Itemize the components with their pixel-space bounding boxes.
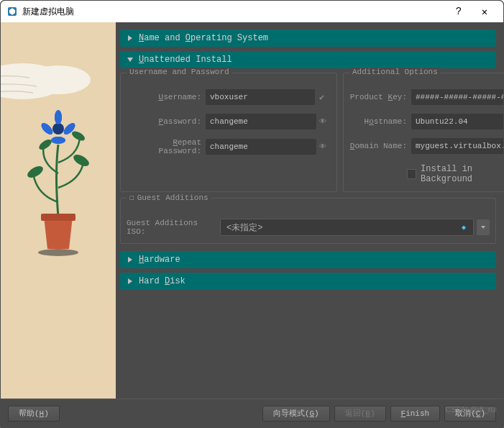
section-hardware[interactable]: Hardware: [120, 251, 496, 268]
hostname-input[interactable]: [411, 114, 503, 129]
ga-title: Guest Additions: [137, 193, 209, 202]
product-key-input[interactable]: [411, 89, 503, 105]
svg-point-12: [55, 110, 62, 124]
additional-options-group: Additional Options Product Key: Hostname…: [343, 73, 503, 192]
back-button[interactable]: 返回(B): [334, 406, 386, 422]
section-unattended[interactable]: Unattended Install: [120, 51, 496, 68]
group-title: Username and Password: [127, 68, 232, 76]
domain-input[interactable]: [411, 138, 503, 154]
chevron-right-icon: [126, 255, 134, 264]
help-button[interactable]: 帮助(H): [8, 406, 60, 422]
svg-rect-16: [41, 214, 75, 221]
section-hard-disk[interactable]: Hard Disk: [120, 273, 496, 290]
help-button[interactable]: ?: [446, 1, 472, 22]
group-title: Additional Options: [349, 68, 441, 76]
repeat-password-input[interactable]: [206, 139, 316, 155]
watermark: CSDN @ifi_rui: [445, 405, 497, 414]
svg-point-6: [70, 129, 86, 143]
titlebar: 新建虚拟电脑 ? ✕: [1, 1, 503, 22]
window-title: 新建虚拟电脑: [22, 6, 446, 18]
dialog-footer: 帮助(H) 向导模式(G) 返回(B) Finish 取消(C): [1, 399, 503, 427]
wizard-art-pane: [1, 22, 116, 399]
close-button[interactable]: ✕: [472, 1, 498, 22]
section-name-os[interactable]: Name and Operating System: [120, 29, 496, 47]
wizard-content: Name and Operating System Unattended Ins…: [116, 22, 503, 399]
check-icon: ✔: [319, 92, 331, 103]
disc-icon: ◆: [462, 223, 466, 232]
finish-button[interactable]: Finish: [390, 406, 441, 422]
eye-icon[interactable]: 👁: [319, 142, 331, 151]
chevron-right-icon: [126, 34, 134, 42]
chevron-right-icon: [126, 277, 134, 286]
svg-point-4: [72, 152, 91, 168]
expert-mode-button[interactable]: 向导模式(G): [262, 406, 330, 422]
svg-point-2: [26, 65, 91, 94]
ga-iso-label: Guest Additions ISO:: [127, 219, 220, 236]
svg-point-7: [52, 123, 64, 135]
chevron-down-icon: [126, 55, 134, 64]
eye-icon[interactable]: 👁: [319, 117, 331, 126]
username-password-group: Username and Password Username: ✔ Passwo…: [120, 73, 337, 192]
svg-point-15: [40, 121, 55, 136]
username-input[interactable]: [206, 89, 315, 105]
dialog-window: 新建虚拟电脑 ? ✕: [0, 0, 504, 428]
app-icon: [6, 6, 18, 17]
svg-point-3: [26, 164, 45, 180]
password-input[interactable]: [206, 114, 316, 129]
svg-point-14: [51, 137, 65, 144]
ga-iso-select[interactable]: <未指定> ◆: [220, 219, 474, 236]
install-background-checkbox[interactable]: [407, 169, 416, 179]
install-background-label: Install in Background: [421, 164, 503, 184]
svg-point-5: [37, 137, 53, 152]
guest-additions-group: ☐Guest Additions Guest Additions ISO: <未…: [120, 198, 496, 244]
ga-iso-dropdown[interactable]: [477, 219, 490, 235]
svg-point-17: [38, 249, 78, 256]
